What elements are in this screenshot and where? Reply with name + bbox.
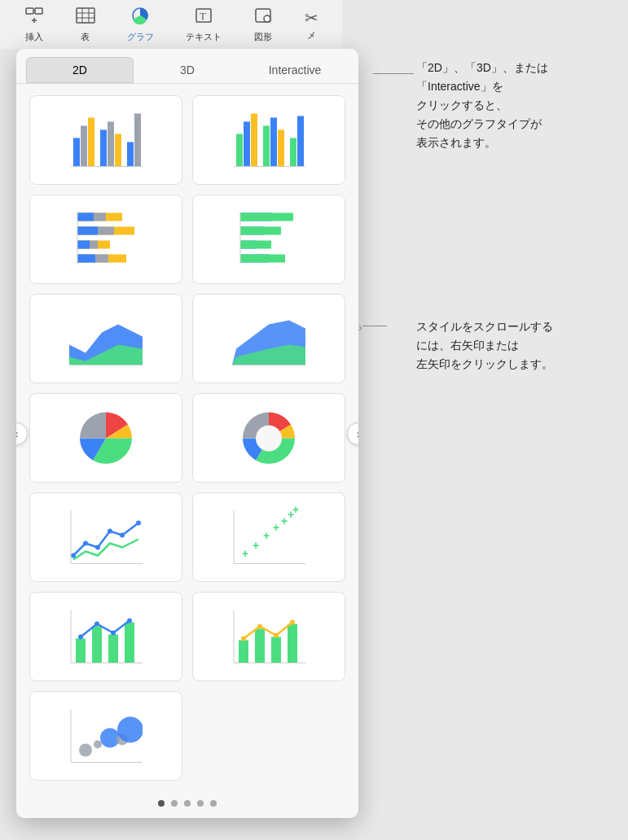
left-arrow-icon: ‹ xyxy=(16,427,18,440)
chart-horizontal-bar-1[interactable] xyxy=(29,195,182,284)
svg-rect-40 xyxy=(77,241,90,249)
pagination-dot-5[interactable] xyxy=(210,800,217,807)
chart-grid: + + + + + + + xyxy=(16,84,358,792)
svg-point-60 xyxy=(256,426,282,452)
chart-pie[interactable] xyxy=(29,393,182,483)
horizontal-bar-svg-1 xyxy=(69,207,143,272)
svg-point-95 xyxy=(290,620,295,625)
svg-point-94 xyxy=(274,633,279,638)
svg-rect-79 xyxy=(92,627,102,663)
toolbar-text[interactable]: T テキスト xyxy=(179,3,228,46)
chart-grouped-bar-1[interactable] xyxy=(29,95,182,185)
svg-text:T: T xyxy=(200,10,206,22)
toolbar-media[interactable]: ✂ メ xyxy=(298,5,325,45)
svg-rect-78 xyxy=(76,639,86,663)
chart-mixed-1[interactable] xyxy=(29,592,182,681)
svg-rect-20 xyxy=(127,142,134,167)
svg-point-13 xyxy=(264,15,270,22)
svg-rect-89 xyxy=(255,629,265,663)
svg-rect-1 xyxy=(35,8,42,14)
svg-rect-52 xyxy=(240,255,285,263)
chart-bubble[interactable] xyxy=(29,691,182,781)
svg-point-93 xyxy=(257,624,262,629)
svg-text:+: + xyxy=(292,505,299,516)
toolbar-shape-label: 図形 xyxy=(254,31,272,43)
table-icon xyxy=(76,7,95,29)
svg-point-82 xyxy=(78,635,83,640)
area-svg-2 xyxy=(232,306,305,371)
mixed-svg-1 xyxy=(69,604,143,669)
area-svg-1 xyxy=(69,306,143,371)
svg-rect-81 xyxy=(125,623,134,663)
shape-icon xyxy=(253,7,273,29)
svg-rect-15 xyxy=(81,126,87,167)
pagination-dot-3[interactable] xyxy=(184,800,191,807)
chart-line[interactable] xyxy=(29,492,182,582)
scatter-svg: + + + + + + + xyxy=(232,505,305,570)
toolbar-shape[interactable]: 図形 xyxy=(247,3,279,46)
svg-point-66 xyxy=(136,521,141,526)
toolbar-insert-label: 挿入 xyxy=(25,31,43,43)
tab-2d[interactable]: 2D xyxy=(26,57,134,83)
svg-point-61 xyxy=(71,553,76,558)
mixed-svg-2 xyxy=(232,604,305,669)
grouped-bar-svg-2 xyxy=(232,107,305,173)
svg-rect-27 xyxy=(270,118,277,167)
callout-top: 「2D」、「3D」、または「Interactive」をクリックすると、その他のグ… xyxy=(416,59,604,152)
svg-rect-29 xyxy=(290,138,296,167)
media-icon: ✂ xyxy=(305,8,318,28)
text-icon: T xyxy=(194,7,213,29)
svg-rect-19 xyxy=(115,134,121,167)
svg-text:+: + xyxy=(242,547,248,560)
svg-point-85 xyxy=(127,619,132,623)
tab-interactive[interactable]: Interactive xyxy=(241,57,349,83)
toolbar-insert[interactable]: 挿入 xyxy=(18,3,51,46)
svg-rect-43 xyxy=(77,255,95,263)
svg-rect-80 xyxy=(108,635,118,663)
svg-rect-48 xyxy=(240,227,281,235)
chart-picker-panel: ‹ › 2D 3D Interactive xyxy=(16,49,358,818)
toolbar-chart[interactable]: グラフ xyxy=(121,3,160,46)
svg-text:+: + xyxy=(281,514,288,527)
chart-type-tabs: 2D 3D Interactive xyxy=(16,49,358,84)
svg-rect-34 xyxy=(77,213,94,221)
svg-rect-88 xyxy=(239,641,248,663)
callout-mid-text: スタイルをスクロールするには、右矢印または左矢印をクリックします。 xyxy=(416,320,553,370)
toolbar-table[interactable]: 表 xyxy=(69,3,102,46)
chart-mixed-2[interactable] xyxy=(192,592,345,681)
svg-rect-26 xyxy=(263,126,270,167)
callout-mid-line xyxy=(362,326,387,326)
donut-svg xyxy=(232,405,305,470)
toolbar-table-label: 表 xyxy=(81,31,90,43)
callout-mid-arrow: › xyxy=(358,321,362,334)
chart-area-1[interactable] xyxy=(29,294,182,383)
svg-rect-16 xyxy=(88,118,94,167)
svg-rect-0 xyxy=(26,8,33,14)
svg-rect-18 xyxy=(108,122,114,167)
tab-3d[interactable]: 3D xyxy=(134,57,241,83)
pagination-dot-1[interactable] xyxy=(158,800,165,807)
svg-rect-21 xyxy=(134,114,141,167)
chart-scatter[interactable]: + + + + + + + xyxy=(192,492,345,582)
chart-horizontal-bar-2[interactable] xyxy=(192,195,345,284)
svg-rect-4 xyxy=(77,8,94,23)
chart-grouped-bar-2[interactable] xyxy=(192,95,345,185)
svg-rect-46 xyxy=(240,213,293,221)
svg-rect-24 xyxy=(244,122,250,167)
toolbar-chart-label: グラフ xyxy=(127,31,154,43)
svg-rect-50 xyxy=(240,241,271,249)
chart-donut[interactable] xyxy=(192,393,345,483)
svg-point-65 xyxy=(120,533,125,538)
pagination-dot-2[interactable] xyxy=(171,800,178,807)
svg-point-83 xyxy=(94,622,99,627)
chart-area-2[interactable] xyxy=(192,294,345,383)
line-svg xyxy=(69,505,143,570)
svg-point-84 xyxy=(111,631,116,636)
svg-rect-90 xyxy=(271,637,281,663)
svg-rect-25 xyxy=(251,114,257,167)
pagination-dot-4[interactable] xyxy=(197,800,204,807)
svg-rect-23 xyxy=(236,134,243,167)
bubble-svg xyxy=(69,703,143,768)
horizontal-bar-svg-2 xyxy=(232,207,305,272)
toolbar-media-label: メ xyxy=(307,29,316,42)
